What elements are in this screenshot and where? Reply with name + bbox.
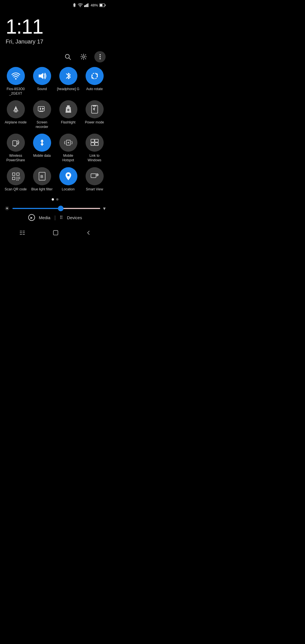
qs-tile-bluelight[interactable]: B Blue light filter	[30, 166, 54, 193]
brightness-icon: ☀	[5, 205, 10, 212]
svg-rect-24	[67, 105, 70, 107]
clock-date: Fri, January 17	[6, 38, 104, 45]
qs-tile-wireless[interactable]: Wireless PowerShare	[3, 132, 28, 164]
wifi-status-icon: +	[78, 3, 83, 7]
brightness-expand-button[interactable]: ▾	[103, 205, 106, 212]
status-bar: + 48%	[0, 0, 110, 8]
qs-tile-hotspot[interactable]: Mobile Hotspot	[56, 132, 80, 164]
search-button[interactable]	[63, 52, 73, 62]
devices-grid-icon: ⠿	[60, 215, 63, 220]
svg-rect-7	[105, 5, 106, 6]
svg-point-13	[99, 56, 101, 57]
qs-tile-sound[interactable]: Sound	[30, 66, 54, 97]
brightness-row[interactable]: ☀ ▾	[0, 203, 110, 214]
media-play-button[interactable]: ▶	[28, 214, 35, 221]
svg-rect-53	[91, 174, 96, 178]
svg-rect-45	[16, 178, 17, 179]
qs-label-autorotate: Auto rotate	[86, 87, 103, 92]
svg-rect-49	[18, 180, 19, 180]
qs-label-qrcode: Scan QR code	[5, 187, 27, 192]
devices-label[interactable]: Devices	[67, 215, 82, 220]
qs-icon-bluetooth	[59, 67, 77, 85]
svg-point-0	[80, 6, 80, 7]
qs-label-location: Location	[62, 187, 75, 192]
qs-tile-airplane[interactable]: Airplane mode	[3, 99, 28, 131]
qs-icon-linkwindows	[86, 134, 104, 152]
svg-marker-23	[42, 108, 44, 110]
qs-tile-screenrec[interactable]: Screen recorder	[30, 99, 54, 131]
qs-tile-flashlight[interactable]: Flashlight	[56, 99, 80, 131]
clock-section: 1:11 Fri, January 17	[0, 8, 110, 48]
brightness-slider[interactable]	[12, 208, 100, 209]
svg-rect-42	[16, 177, 17, 178]
signal-icon	[84, 3, 89, 7]
qs-label-mobiledata: Mobile data	[33, 154, 51, 158]
media-label[interactable]: Media	[39, 215, 51, 220]
qs-icon-bluelight: B	[33, 167, 51, 185]
qs-tile-bluetooth[interactable]: [headphone] G	[56, 66, 80, 97]
home-button[interactable]	[53, 229, 59, 236]
settings-button[interactable]	[79, 52, 89, 62]
svg-rect-32	[91, 139, 94, 142]
qs-icon-airplane	[7, 100, 25, 118]
qs-label-smartview: Smart View	[86, 187, 103, 192]
bluetooth-status-icon	[72, 3, 76, 7]
qs-tile-qrcode[interactable]: Scan QR code	[3, 166, 28, 193]
qs-icon-location	[59, 167, 77, 185]
qs-label-flashlight: Flashlight	[61, 120, 75, 125]
quick-settings-grid: Fios-8S3O0 _2GEXT Sound [headphone] G Au…	[0, 65, 110, 194]
svg-rect-33	[95, 139, 98, 142]
qs-tile-smartview[interactable]: Smart View	[82, 166, 107, 193]
page-dot-1[interactable]	[52, 198, 54, 201]
qs-tile-linkwindows[interactable]: Link to Windows	[82, 132, 107, 164]
svg-rect-34	[91, 143, 94, 145]
svg-point-52	[67, 174, 69, 176]
svg-rect-47	[19, 178, 20, 179]
qs-icon-mobiledata	[33, 134, 51, 152]
qs-icon-qrcode	[7, 167, 25, 185]
svg-rect-43	[18, 177, 19, 178]
qs-icon-powermode	[86, 100, 104, 118]
qs-label-screenrec: Screen recorder	[31, 120, 53, 129]
qs-label-bluelight: Blue light filter	[31, 187, 53, 192]
qs-label-linkwindows: Link to Windows	[83, 154, 106, 162]
svg-rect-4	[86, 4, 87, 7]
divider: |	[54, 215, 56, 221]
recents-button[interactable]	[19, 229, 25, 236]
back-button[interactable]	[86, 229, 91, 236]
qs-label-hotspot: Mobile Hotspot	[57, 154, 80, 162]
qs-label-powermode: Power mode	[85, 120, 104, 125]
qs-tile-mobiledata[interactable]: Mobile data	[30, 132, 54, 164]
nav-bar	[0, 225, 110, 240]
qs-label-bluetooth: [headphone] G	[57, 87, 79, 92]
svg-text:+: +	[82, 3, 83, 5]
svg-point-31	[67, 142, 69, 143]
qs-icon-autorotate	[86, 67, 104, 85]
svg-rect-29	[42, 142, 43, 144]
qs-label-wireless: Wireless PowerShare	[5, 154, 27, 162]
page-dots	[0, 194, 110, 203]
media-devices-row: ▶ Media | ⠿ Devices	[0, 214, 110, 224]
battery-icon	[99, 3, 106, 7]
qs-icon-smartview	[86, 167, 104, 185]
qs-label-airplane: Airplane mode	[5, 120, 27, 125]
svg-rect-46	[18, 178, 19, 179]
svg-rect-5	[88, 3, 88, 7]
svg-point-14	[99, 58, 101, 59]
more-options-button[interactable]	[94, 51, 106, 62]
clock-time: 1:11	[6, 16, 104, 37]
toolbar-row	[0, 48, 110, 65]
svg-rect-35	[95, 143, 98, 145]
qs-tile-wifi[interactable]: Fios-8S3O0 _2GEXT	[3, 66, 28, 97]
svg-rect-28	[13, 141, 17, 146]
qs-tile-powermode[interactable]: Power mode	[82, 99, 107, 131]
page-dot-2[interactable]	[56, 198, 58, 201]
svg-rect-21	[39, 111, 43, 112]
svg-line-10	[69, 58, 71, 60]
status-icons: + 48%	[72, 3, 106, 7]
qs-tile-location[interactable]: Location	[56, 166, 80, 193]
qs-tile-autorotate[interactable]: Auto rotate	[82, 66, 107, 97]
svg-rect-41	[17, 173, 19, 175]
brightness-thumb[interactable]	[58, 206, 64, 211]
svg-rect-44	[19, 177, 20, 178]
